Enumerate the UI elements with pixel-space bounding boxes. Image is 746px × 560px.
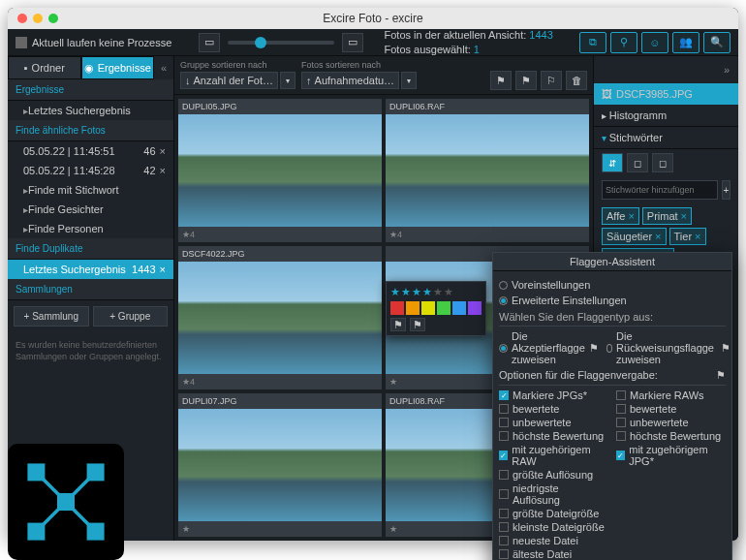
flag-option[interactable]: neueste Datei — [499, 534, 608, 547]
keyword-view1-icon[interactable]: ◻ — [627, 153, 648, 172]
find-faces-item[interactable]: ▸ Finde Gesichter — [8, 200, 173, 219]
flag-option[interactable]: Markiere RAWs — [616, 389, 726, 402]
flag-option[interactable]: ✓Markiere JPGs* — [499, 389, 608, 402]
close-window-button[interactable] — [17, 14, 27, 23]
presets-radio[interactable]: Voreinstellungen — [499, 277, 726, 293]
selected-file[interactable]: 🖼DSCF3985.JPG — [594, 83, 738, 105]
collapse-right-icon[interactable]: » — [717, 58, 736, 81]
tab-folder[interactable]: ▪Ordner — [8, 56, 81, 79]
section-histogram[interactable]: ▸ Histogramm — [594, 105, 738, 127]
flag-option[interactable]: niedrigste Auflösung — [499, 482, 608, 507]
flag-icon: ⚑ — [716, 369, 726, 382]
flag-reject-icon[interactable]: ⚑ — [515, 71, 537, 90]
remove-icon[interactable]: × — [160, 145, 166, 157]
keyword-view2-icon[interactable]: ◻ — [652, 153, 673, 172]
process-icon — [16, 37, 27, 48]
keyword-tag[interactable]: Primat× — [642, 207, 692, 225]
section-find-similar[interactable]: Finde ähnliche Fotos — [8, 120, 173, 141]
app-logo — [8, 444, 124, 560]
color-swatch[interactable] — [468, 301, 482, 315]
thumb-filename: DUPLI05.JPG — [178, 99, 382, 114]
section-keywords[interactable]: ▾ Stichwörter — [594, 127, 738, 149]
flag-option[interactable]: unbewertete — [499, 416, 608, 429]
people-icon[interactable]: 👥 — [672, 32, 699, 53]
flag-option[interactable]: höchste Bewertung — [499, 429, 608, 443]
find-people-item[interactable]: ▸ Finde Personen — [8, 219, 173, 238]
thumbnail[interactable]: DUPLI05.JPG★4 — [178, 99, 382, 242]
flag-option[interactable]: bewertete — [616, 402, 726, 416]
photo-sort-select[interactable]: ↑Aufnahmedatu… — [301, 72, 399, 89]
section-results[interactable]: Ergebnisse — [8, 79, 173, 101]
add-collection-button[interactable]: + Sammlung — [14, 306, 89, 327]
last-search-item[interactable]: ▸ Letztes Suchergebnis — [8, 101, 173, 120]
keyword-tag[interactable]: Tier× — [669, 228, 706, 245]
duplicates-icon[interactable]: ⧉ — [579, 32, 606, 53]
dropdown-icon[interactable]: ▾ — [401, 72, 417, 89]
popup-flag-reject-icon[interactable]: ⚑ — [410, 318, 425, 331]
star-icon: ★4 — [389, 230, 402, 239]
rating-popup: ★★★★★★ ⚑ ⚑ — [386, 281, 486, 336]
maximize-window-button[interactable] — [48, 14, 58, 23]
keyword-tag[interactable]: Affe× — [602, 207, 639, 225]
add-keyword-input[interactable] — [602, 180, 718, 200]
color-swatch[interactable] — [437, 301, 451, 315]
thumbnail[interactable]: DSCF4022.JPG★4 — [178, 246, 382, 389]
remove-tag-icon[interactable]: × — [655, 231, 661, 242]
keyword-hierarchy-icon[interactable]: ⇵ — [602, 153, 623, 172]
color-swatch[interactable] — [390, 301, 404, 315]
color-swatch[interactable] — [406, 301, 420, 315]
accept-flag-radio[interactable]: Die Akzeptierflagge zuweisen ⚑ — [499, 329, 599, 366]
section-collections[interactable]: Sammlungen — [8, 279, 173, 300]
thumbnail[interactable]: DUPLI06.RAF★4 — [386, 99, 589, 242]
group-sort-label: Gruppe sortieren nach — [180, 60, 295, 70]
thumb-size-slider[interactable] — [228, 41, 334, 45]
keyword-tag[interactable]: Säugetier× — [602, 228, 667, 245]
dialog-title: Flaggen-Assistent — [493, 253, 731, 271]
advanced-radio[interactable]: Erweiterte Einstellungen — [499, 293, 726, 308]
remove-tag-icon[interactable]: × — [628, 210, 634, 222]
reject-flag-radio[interactable]: Die Rückweisungsflagge zuweisen ⚑ — [606, 329, 730, 366]
add-keyword-button[interactable]: + — [722, 180, 730, 200]
flag-option[interactable]: ✓mit zugehörigem RAW — [499, 443, 608, 468]
remove-tag-icon[interactable]: × — [681, 210, 687, 222]
duplicates-last-item[interactable]: Letztes Suchergebnis1443× — [8, 260, 173, 279]
color-swatch[interactable] — [421, 301, 435, 315]
tab-results[interactable]: ◉Ergebnisse — [81, 56, 155, 79]
svg-rect-4 — [29, 524, 43, 538]
search-history-item[interactable]: 05.05.22 | 11:45:2842× — [8, 161, 173, 180]
flag-option[interactable]: größte Dateigröße — [499, 507, 608, 520]
similar-icon[interactable]: ⚲ — [610, 32, 637, 53]
color-swatch[interactable] — [452, 301, 466, 315]
flag-option[interactable]: größte Auflösung — [499, 468, 608, 482]
popup-flag-accept-icon[interactable]: ⚑ — [390, 318, 406, 331]
delete-icon[interactable]: 🗑 — [566, 71, 587, 90]
find-keyword-item[interactable]: ▸ Finde mit Stichwort — [8, 180, 173, 200]
flag-option[interactable]: älteste Datei — [499, 547, 608, 560]
thumb-filename: DUPLI07.JPG — [178, 393, 382, 409]
remove-icon[interactable]: × — [160, 264, 166, 275]
dropdown-icon[interactable]: ▾ — [280, 72, 295, 89]
thumbnail[interactable]: DUPLI07.JPG★ — [178, 393, 382, 537]
minimize-window-button[interactable] — [33, 14, 43, 23]
flag-option[interactable]: höchste Bewertung — [616, 429, 726, 443]
search-icon[interactable]: 🔍 — [703, 32, 730, 53]
star-rating[interactable]: ★★★★★★ — [390, 286, 482, 298]
results-icon: ◉ — [84, 62, 94, 75]
group-sort-select[interactable]: ↓Anzahl der Fot… — [180, 72, 278, 89]
flag-option[interactable]: unbewertete — [616, 416, 726, 429]
remove-icon[interactable]: × — [160, 165, 166, 176]
search-history-item[interactable]: 05.05.22 | 11:45:5146× — [8, 141, 173, 161]
flag-option[interactable]: ✓mit zugehörigem JPG* — [616, 443, 726, 468]
collapse-left-icon[interactable]: « — [154, 56, 173, 79]
flag-option[interactable]: bewertete — [499, 402, 608, 416]
flag-clear-icon[interactable]: ⚐ — [541, 71, 562, 90]
section-find-duplicates[interactable]: Finde Duplikate — [8, 238, 173, 260]
thumb-small-button[interactable]: ▭ — [199, 33, 220, 52]
flag-accept-icon[interactable]: ⚑ — [490, 71, 512, 90]
flag-option[interactable]: kleinste Dateigröße — [499, 520, 608, 534]
add-group-button[interactable]: + Gruppe — [93, 306, 169, 327]
thumb-large-button[interactable]: ▭ — [342, 33, 363, 52]
remove-tag-icon[interactable]: × — [695, 231, 700, 242]
flag-assistant-dialog: Flaggen-Assistent Voreinstellungen Erwei… — [492, 252, 732, 560]
faces-icon[interactable]: ☺ — [641, 32, 668, 53]
